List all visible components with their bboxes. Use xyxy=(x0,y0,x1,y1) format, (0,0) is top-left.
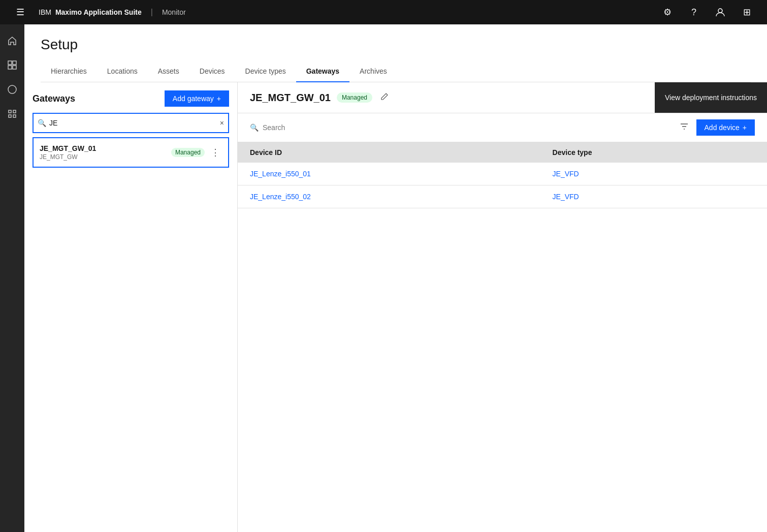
svg-point-5 xyxy=(8,85,16,93)
device-search-input[interactable] xyxy=(263,123,676,132)
svg-rect-9 xyxy=(13,115,16,117)
gateway-status-badge: Managed xyxy=(171,148,205,157)
device-type-cell: JE_VFD xyxy=(540,185,767,208)
tab-hierarchies[interactable]: Hierarchies xyxy=(41,61,97,82)
main-tabs: Hierarchies Locations Assets Devices Dev… xyxy=(41,61,751,82)
tab-gateways[interactable]: Gateways xyxy=(296,61,349,82)
add-device-plus-icon: + xyxy=(743,123,747,132)
right-panel-title-area: JE_MGT_GW_01 Managed xyxy=(250,90,391,105)
gateway-detail-title: JE_MGT_GW_01 xyxy=(250,92,331,104)
device-table-body: JE_Lenze_i550_01 JE_VFD JE_Lenze_i550_02… xyxy=(238,163,767,208)
add-device-label: Add device xyxy=(705,123,740,132)
user-icon[interactable] xyxy=(708,0,732,24)
device-search-right: Add device + xyxy=(676,119,755,136)
device-type-link[interactable]: JE_VFD xyxy=(553,193,579,201)
ibm-label: IBM xyxy=(39,8,51,16)
app-name: Maximo Application Suite xyxy=(55,8,142,16)
page-title: Setup xyxy=(41,37,751,53)
device-search-icon: 🔍 xyxy=(250,123,259,132)
gateway-search-input[interactable] xyxy=(49,119,220,127)
device-type-link[interactable]: JE_VFD xyxy=(553,170,579,178)
nav-icons: ⚙ ? ⊞ xyxy=(655,0,759,24)
device-id-cell: JE_Lenze_i550_01 xyxy=(238,163,540,185)
svg-rect-2 xyxy=(13,61,16,65)
col-device-type: Device type xyxy=(540,142,767,163)
sidebar-home-icon[interactable] xyxy=(0,28,24,53)
table-row: JE_Lenze_i550_02 JE_VFD xyxy=(238,185,767,208)
sidebar-setup-icon[interactable] xyxy=(0,102,24,126)
tab-assets[interactable]: Assets xyxy=(148,61,189,82)
add-gateway-button[interactable]: Add gateway + xyxy=(165,90,229,107)
deploy-instructions-button[interactable]: View deployment instructions xyxy=(655,82,767,113)
left-panel: Gateways Add gateway + 🔍 × JE_MGT_GW_01 … xyxy=(24,82,238,532)
device-id-link[interactable]: JE_Lenze_i550_01 xyxy=(250,170,311,178)
left-panel-header: Gateways Add gateway + xyxy=(33,90,229,107)
nav-divider: | xyxy=(151,8,153,17)
col-device-id: Device ID xyxy=(238,142,540,163)
add-gateway-plus-icon: + xyxy=(217,95,221,103)
page-header: Setup Hierarchies Locations Assets Devic… xyxy=(24,24,767,82)
filter-button[interactable] xyxy=(676,120,692,135)
gateway-detail-status: Managed xyxy=(337,92,372,103)
gateway-item-actions: Managed ⋮ xyxy=(171,145,222,160)
device-id-link[interactable]: JE_Lenze_i550_02 xyxy=(250,193,311,201)
content-area: Gateways Add gateway + 🔍 × JE_MGT_GW_01 … xyxy=(24,82,767,532)
apps-icon[interactable]: ⊞ xyxy=(734,0,759,24)
product-name: Monitor xyxy=(162,8,186,16)
app-logo: IBM Maximo Application Suite xyxy=(39,8,142,16)
sidebar-dashboard-icon[interactable] xyxy=(0,53,24,77)
settings-icon[interactable]: ⚙ xyxy=(655,0,680,24)
device-table: Device ID Device type JE_Lenze_i550_01 J… xyxy=(238,142,767,208)
tab-locations[interactable]: Locations xyxy=(97,61,148,82)
gateway-search-box: 🔍 × xyxy=(33,113,229,133)
gateway-item-name: JE_MGT_GW_01 xyxy=(40,144,171,152)
right-panel-header: JE_MGT_GW_01 Managed View deployment ins… xyxy=(238,82,767,113)
right-panel: JE_MGT_GW_01 Managed View deployment ins… xyxy=(238,82,767,532)
tab-devices[interactable]: Devices xyxy=(189,61,235,82)
sidebar-monitor-icon[interactable] xyxy=(0,77,24,102)
gateway-list-item[interactable]: JE_MGT_GW_01 JE_MGT_GW Managed ⋮ xyxy=(33,137,229,168)
add-device-button[interactable]: Add device + xyxy=(696,119,755,136)
svg-rect-7 xyxy=(13,110,16,113)
top-navigation: ☰ IBM Maximo Application Suite | Monitor… xyxy=(0,0,767,24)
main-content: Setup Hierarchies Locations Assets Devic… xyxy=(24,24,767,532)
device-type-cell: JE_VFD xyxy=(540,163,767,185)
table-header: Device ID Device type xyxy=(238,142,767,163)
gateway-item-sub: JE_MGT_GW xyxy=(40,153,171,161)
svg-rect-6 xyxy=(9,110,11,113)
svg-rect-3 xyxy=(8,66,12,69)
search-clear-button[interactable]: × xyxy=(220,119,224,127)
search-icon: 🔍 xyxy=(38,119,46,127)
tab-archives[interactable]: Archives xyxy=(349,61,397,82)
svg-rect-4 xyxy=(13,66,16,69)
tab-device-types[interactable]: Device types xyxy=(235,61,296,82)
svg-rect-8 xyxy=(9,115,11,117)
edit-gateway-button[interactable] xyxy=(378,90,391,105)
device-search-left: 🔍 xyxy=(250,123,676,132)
gateway-item-info: JE_MGT_GW_01 JE_MGT_GW xyxy=(40,144,171,161)
left-panel-title: Gateways xyxy=(33,93,75,104)
gateway-overflow-button[interactable]: ⋮ xyxy=(209,145,222,160)
table-row: JE_Lenze_i550_01 JE_VFD xyxy=(238,163,767,185)
device-id-cell: JE_Lenze_i550_02 xyxy=(238,185,540,208)
help-icon[interactable]: ? xyxy=(682,0,706,24)
left-sidebar xyxy=(0,24,24,532)
hamburger-menu[interactable]: ☰ xyxy=(8,0,33,24)
add-gateway-label: Add gateway xyxy=(173,95,214,103)
device-search-area: 🔍 Add device + xyxy=(238,113,767,142)
svg-rect-1 xyxy=(8,61,12,65)
svg-point-0 xyxy=(718,9,722,13)
